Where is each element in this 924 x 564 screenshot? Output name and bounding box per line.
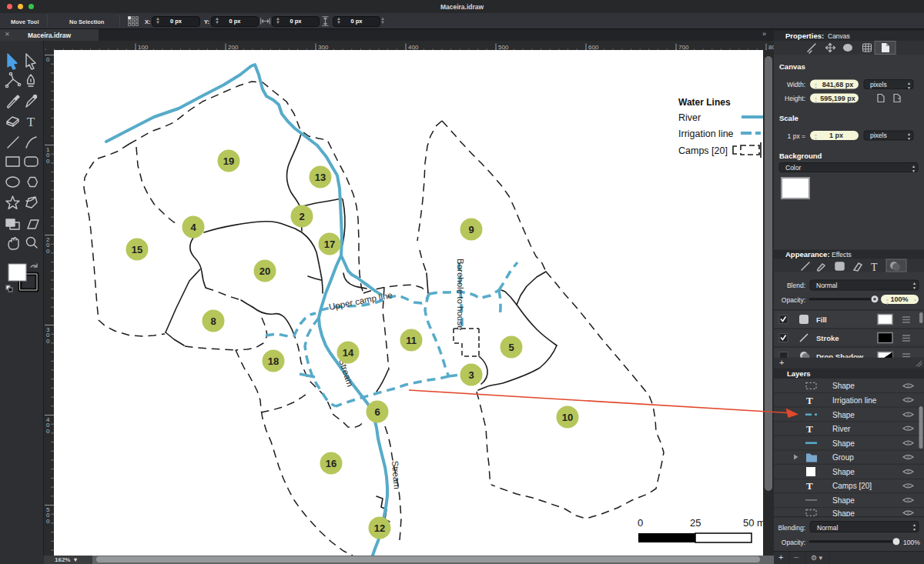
svg-text:1 px =: 1 px = [788, 132, 805, 140]
svg-text:▼: ▼ [907, 136, 911, 141]
svg-text:0: 0 [638, 517, 643, 529]
svg-text:5: 5 [508, 342, 514, 353]
svg-text:0: 0 [46, 518, 50, 525]
svg-text:400: 400 [408, 44, 419, 50]
svg-text:12: 12 [374, 522, 385, 534]
svg-text:9: 9 [468, 224, 474, 235]
svg-text:▼: ▼ [814, 85, 818, 90]
svg-text:0: 0 [46, 428, 50, 435]
svg-text:Blend:: Blend: [787, 282, 805, 289]
svg-text:▼: ▼ [912, 527, 916, 532]
svg-text:800: 800 [768, 44, 774, 50]
svg-text:0: 0 [46, 248, 50, 255]
svg-text:Shape: Shape [832, 509, 855, 518]
svg-text:16: 16 [326, 458, 336, 469]
svg-text:Fill: Fill [816, 315, 827, 324]
svg-text:Properties:: Properties: [785, 32, 824, 40]
svg-text:▼: ▼ [814, 99, 818, 104]
svg-text:Appearance:: Appearance: [785, 250, 830, 259]
svg-text:+: + [779, 358, 784, 367]
svg-text:Blending:: Blending: [778, 524, 805, 532]
svg-text:10: 10 [562, 412, 573, 423]
svg-text:▼: ▼ [912, 169, 916, 173]
svg-text:1 px: 1 px [829, 132, 843, 139]
svg-text:Camps [20]: Camps [20] [832, 482, 872, 490]
svg-text:Group: Group [832, 453, 854, 462]
svg-text:20: 20 [259, 265, 270, 277]
svg-text:Camps [20]: Camps [20] [678, 145, 728, 156]
svg-text:17: 17 [324, 239, 335, 250]
svg-text:8: 8 [210, 315, 216, 327]
svg-text:T: T [806, 423, 813, 435]
svg-text:River: River [678, 112, 701, 123]
svg-text:841,68 px: 841,68 px [822, 81, 854, 88]
svg-text:300: 300 [318, 44, 329, 50]
svg-text:14: 14 [343, 347, 354, 359]
svg-text:⚙ ▾: ⚙ ▾ [811, 554, 823, 562]
svg-text:19: 19 [223, 155, 234, 167]
svg-text:6: 6 [374, 406, 380, 418]
svg-text:Canvas: Canvas [779, 62, 805, 71]
svg-text:▼: ▼ [886, 301, 889, 305]
svg-text:▼: ▼ [913, 298, 917, 302]
svg-text:Width:: Width: [787, 81, 805, 88]
svg-text:500: 500 [498, 44, 509, 50]
svg-text:Scale: Scale [779, 114, 798, 122]
svg-text:600: 600 [588, 44, 599, 50]
svg-text:Height:: Height: [785, 95, 805, 102]
svg-text:Normal: Normal [817, 524, 839, 532]
svg-text:pixels: pixels [870, 132, 887, 139]
svg-text:Borehole to house: Borehole to house [456, 259, 465, 330]
svg-text:25: 25 [690, 517, 701, 529]
svg-text:700: 700 [678, 44, 689, 50]
svg-text:3: 3 [468, 369, 474, 381]
svg-text:Water Lines: Water Lines [678, 97, 731, 108]
svg-text:4: 4 [190, 222, 196, 233]
svg-text:100%: 100% [903, 539, 920, 546]
svg-text:T: T [27, 115, 35, 129]
svg-text:Normal: Normal [816, 282, 838, 289]
svg-text:Background: Background [779, 152, 822, 160]
svg-text:pixels: pixels [870, 81, 887, 88]
svg-text:Opacity:: Opacity: [782, 539, 805, 546]
svg-text:Stroke: Stroke [816, 334, 839, 342]
svg-text:2: 2 [299, 211, 304, 222]
svg-text:18: 18 [268, 355, 279, 367]
svg-text:Irrigation line: Irrigation line [832, 396, 877, 405]
svg-text:T: T [806, 480, 813, 492]
svg-text:Shape: Shape [832, 496, 855, 505]
svg-text:T: T [871, 262, 878, 273]
svg-text:200: 200 [228, 44, 239, 50]
svg-text:Color: Color [785, 164, 801, 172]
svg-text:Canvas: Canvas [828, 32, 850, 40]
svg-text:50 m: 50 m [743, 517, 763, 529]
svg-text:T: T [806, 395, 813, 406]
svg-text:Stream: Stream [390, 460, 402, 489]
svg-text:Opacity:: Opacity: [782, 296, 805, 304]
svg-text:▼: ▼ [907, 85, 911, 90]
svg-text:0: 0 [46, 338, 50, 345]
svg-text:▼: ▼ [912, 285, 916, 290]
svg-text:100: 100 [138, 44, 149, 50]
svg-text:Shape: Shape [832, 439, 855, 448]
svg-text:11: 11 [406, 335, 417, 346]
svg-text:Effects: Effects [832, 251, 852, 259]
svg-text:+: + [778, 552, 783, 562]
svg-text:0: 0 [46, 158, 50, 165]
svg-text:Shape: Shape [832, 468, 855, 476]
svg-text:15: 15 [132, 244, 142, 255]
svg-text:0: 0 [46, 56, 50, 63]
svg-text:100%: 100% [890, 295, 908, 303]
svg-text:595,199 px: 595,199 px [820, 95, 855, 102]
svg-text:Irrigation line: Irrigation line [678, 128, 734, 139]
svg-text:13: 13 [315, 172, 326, 183]
svg-text:Shape: Shape [832, 382, 855, 390]
svg-text:River: River [832, 425, 851, 433]
svg-text:Layers: Layers [787, 369, 811, 378]
svg-text:▼: ▼ [814, 136, 818, 141]
svg-text:Shape: Shape [832, 411, 855, 419]
svg-text:–: – [794, 552, 799, 561]
